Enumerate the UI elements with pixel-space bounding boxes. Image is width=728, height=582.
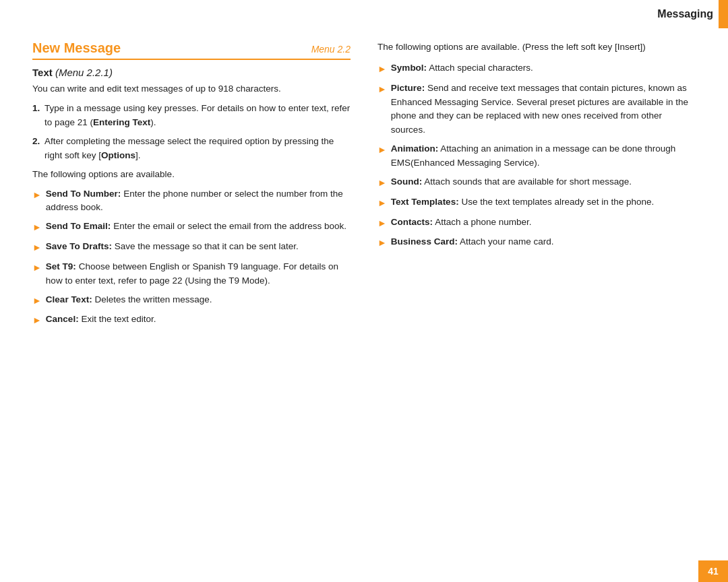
- bullet-text-templates: ► Text Templates: Use the text templates…: [377, 195, 696, 211]
- bullet-send-to-number: ► Send To Number: Enter the phone number…: [32, 187, 351, 216]
- page-number: 41: [698, 560, 728, 582]
- bullet-clear-text: ► Clear Text: Deletes the written messag…: [32, 293, 351, 309]
- number-1: 1.: [32, 102, 42, 130]
- bullet-arrow-icon: ►: [32, 313, 42, 328]
- bullet-animation: ► Animation: Attaching an animation in a…: [377, 142, 696, 170]
- bullet-sound: ► Sound: Attach sounds that are availabl…: [377, 175, 696, 191]
- right-col-intro: The following options are available. (Pr…: [377, 40, 696, 55]
- menu-label: Menu 2.2: [311, 44, 351, 55]
- bullet-arrow-icon: ►: [377, 216, 387, 231]
- header: Messaging: [646, 0, 728, 28]
- bullet-arrow-icon: ►: [32, 188, 42, 216]
- bullet-symbol: ► Symbol: Attach special characters.: [377, 61, 696, 77]
- bullet-arrow-icon: ►: [377, 82, 387, 138]
- bullet-arrow-icon: ►: [377, 143, 387, 170]
- bullet-text-sound: Sound: Attach sounds that are available …: [391, 175, 696, 191]
- bullet-set-t9: ► Set T9: Choose between English or Span…: [32, 260, 351, 288]
- bullet-text-animation: Animation: Attaching an animation in a m…: [391, 142, 696, 170]
- bullet-arrow-icon: ►: [32, 240, 42, 255]
- numbered-item-2: 2. After completing the message select t…: [32, 135, 351, 163]
- bullet-text-cancel: Cancel: Exit the text editor.: [46, 313, 351, 328]
- bullet-save-to-drafts: ► Save To Drafts: Save the message so th…: [32, 240, 351, 255]
- bullet-arrow-icon: ►: [377, 62, 387, 77]
- bullet-text-send-to-number: Send To Number: Enter the phone number o…: [46, 187, 351, 216]
- subsection-heading: Text (Menu 2.2.1): [32, 67, 351, 78]
- section-heading: New Message: [32, 40, 121, 56]
- bullet-text-text-templates: Text Templates: Use the text templates a…: [391, 195, 696, 211]
- bullet-business-card: ► Business Card: Attach your name card.: [377, 235, 696, 251]
- footer: 41: [698, 560, 728, 582]
- bullet-arrow-icon: ►: [377, 196, 387, 211]
- header-orange-accent: [719, 0, 728, 28]
- bullet-text-symbol: Symbol: Attach special characters.: [391, 61, 696, 77]
- left-column: New Message Menu 2.2 Text (Menu 2.2.1) Y…: [32, 40, 351, 542]
- bullet-text-set-t9: Set T9: Choose between English or Spanis…: [46, 260, 351, 288]
- bullet-text-save-to-drafts: Save To Drafts: Save the message so that…: [46, 240, 351, 255]
- right-column: The following options are available. (Pr…: [377, 40, 696, 542]
- bullet-text-business-card: Business Card: Attach your name card.: [391, 235, 696, 251]
- bullet-picture: ► Picture: Send and receive text message…: [377, 82, 696, 138]
- page-container: Messaging New Message Menu 2.2 Text (Men…: [0, 0, 728, 582]
- bullet-text-send-to-email: Send To Email: Enter the email or select…: [46, 220, 351, 235]
- intro-text: You can write and edit text messages of …: [32, 82, 351, 96]
- numbered-text-2: After completing the message select the …: [44, 135, 351, 163]
- bullet-send-to-email: ► Send To Email: Enter the email or sele…: [32, 220, 351, 235]
- bullet-arrow-icon: ►: [377, 236, 387, 251]
- main-content: New Message Menu 2.2 Text (Menu 2.2.1) Y…: [32, 40, 696, 542]
- bullet-text-contacts: Contacts: Attach a phone number.: [391, 216, 696, 231]
- bullet-arrow-icon: ►: [32, 261, 42, 288]
- number-2: 2.: [32, 135, 42, 163]
- options-intro: The following options are available.: [32, 168, 351, 182]
- bullet-cancel: ► Cancel: Exit the text editor.: [32, 313, 351, 328]
- bullet-arrow-icon: ►: [32, 220, 42, 235]
- bullet-text-clear-text: Clear Text: Deletes the written message.: [46, 293, 351, 309]
- header-title: Messaging: [646, 0, 713, 28]
- bullet-arrow-icon: ►: [32, 294, 42, 309]
- bullet-text-picture: Picture: Send and receive text messages …: [391, 82, 696, 138]
- section-heading-row: New Message Menu 2.2: [32, 40, 351, 60]
- bullet-contacts: ► Contacts: Attach a phone number.: [377, 216, 696, 231]
- numbered-item-1: 1. Type in a message using key presses. …: [32, 102, 351, 130]
- numbered-text-1: Type in a message using key presses. For…: [44, 102, 351, 130]
- bullet-arrow-icon: ►: [377, 176, 387, 191]
